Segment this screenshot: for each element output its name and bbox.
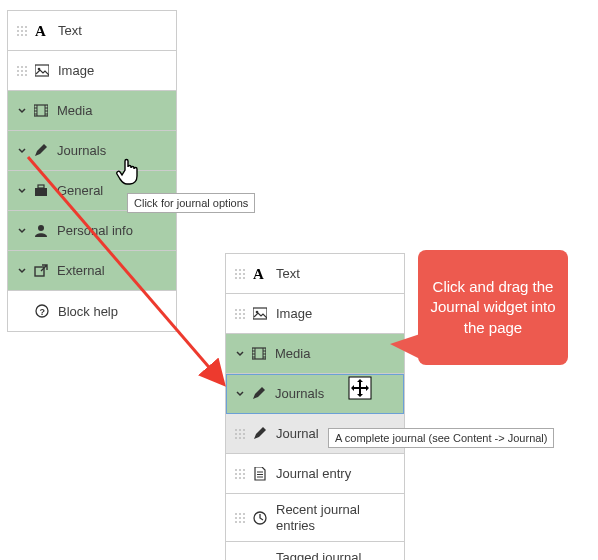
drag-handle-icon[interactable]	[234, 512, 246, 524]
image-icon	[252, 307, 268, 321]
item-label: Journals	[57, 143, 106, 158]
tooltip-text: A complete journal (see Content -> Journ…	[335, 432, 547, 444]
palette-item-text[interactable]: Text	[226, 254, 404, 294]
external-icon	[33, 264, 49, 278]
item-label: Personal info	[57, 223, 133, 238]
drag-handle-icon[interactable]	[16, 25, 28, 37]
item-label: Tagged journal entries	[276, 550, 396, 560]
pencil-icon	[252, 427, 268, 441]
chevron-down-icon	[234, 388, 246, 400]
item-label: Journal entry	[276, 466, 351, 481]
item-label: Block help	[58, 304, 118, 319]
drag-handle-icon[interactable]	[234, 468, 246, 480]
item-label: External	[57, 263, 105, 278]
chevron-down-icon	[16, 265, 28, 277]
film-icon	[33, 104, 49, 118]
image-icon	[34, 64, 50, 78]
palette-section-journals[interactable]: Journals	[226, 374, 404, 414]
palette-section-media[interactable]: Media	[226, 334, 404, 374]
text-icon	[34, 24, 50, 38]
briefcase-icon	[33, 184, 49, 198]
palette-item-text[interactable]: Text	[8, 11, 176, 51]
chevron-down-icon	[16, 105, 28, 117]
item-label: General	[57, 183, 103, 198]
tooltip-text: Click for journal options	[134, 197, 248, 209]
instruction-callout: Click and drag the Journal widget into t…	[418, 250, 568, 365]
chevron-down-icon	[234, 348, 246, 360]
pencil-icon	[251, 387, 267, 401]
palette-section-personal-info[interactable]: Personal info	[8, 211, 176, 251]
pencil-icon	[33, 144, 49, 158]
palette-item-image[interactable]: Image	[8, 51, 176, 91]
item-label: Journal	[276, 426, 319, 441]
chevron-down-icon	[16, 185, 28, 197]
palette-section-media[interactable]: Media	[8, 91, 176, 131]
item-label: Text	[58, 23, 82, 38]
chevron-down-icon	[16, 145, 28, 157]
drag-handle-icon[interactable]	[16, 65, 28, 77]
drag-handle-icon[interactable]	[234, 428, 246, 440]
cursor-move-icon	[348, 376, 372, 400]
palette-subitem-tagged-journal-entries[interactable]: Tagged journal entries	[226, 542, 404, 560]
drag-handle-icon[interactable]	[234, 268, 246, 280]
palette-subitem-journal-entry[interactable]: Journal entry	[226, 454, 404, 494]
drag-handle-icon[interactable]	[234, 308, 246, 320]
callout-text: Click and drag the Journal widget into t…	[428, 277, 558, 338]
clock-icon	[252, 511, 268, 525]
text-icon	[252, 267, 268, 281]
item-label: Image	[58, 63, 94, 78]
palette-panel-expanded: Text Image Media Journals Journal Journa…	[225, 253, 405, 560]
item-label: Text	[276, 266, 300, 281]
item-label: Journals	[275, 386, 324, 401]
file-icon	[252, 467, 268, 481]
item-label: Image	[276, 306, 312, 321]
help-icon	[34, 304, 50, 318]
palette-item-block-help[interactable]: Block help	[8, 291, 176, 331]
palette-panel-collapsed: Text Image Media Journals General Person…	[7, 10, 177, 332]
palette-section-journals[interactable]: Journals	[8, 131, 176, 171]
film-icon	[251, 347, 267, 361]
item-label: Media	[275, 346, 310, 361]
tooltip-journals: Click for journal options	[127, 193, 255, 213]
tooltip-journal-widget: A complete journal (see Content -> Journ…	[328, 428, 554, 448]
palette-item-image[interactable]: Image	[226, 294, 404, 334]
palette-section-external[interactable]: External	[8, 251, 176, 291]
cursor-hand-icon	[116, 156, 144, 186]
person-icon	[33, 224, 49, 238]
chevron-down-icon	[16, 225, 28, 237]
item-label: Recent journal entries	[276, 502, 396, 533]
item-label: Media	[57, 103, 92, 118]
palette-subitem-recent-journal-entries[interactable]: Recent journal entries	[226, 494, 404, 542]
